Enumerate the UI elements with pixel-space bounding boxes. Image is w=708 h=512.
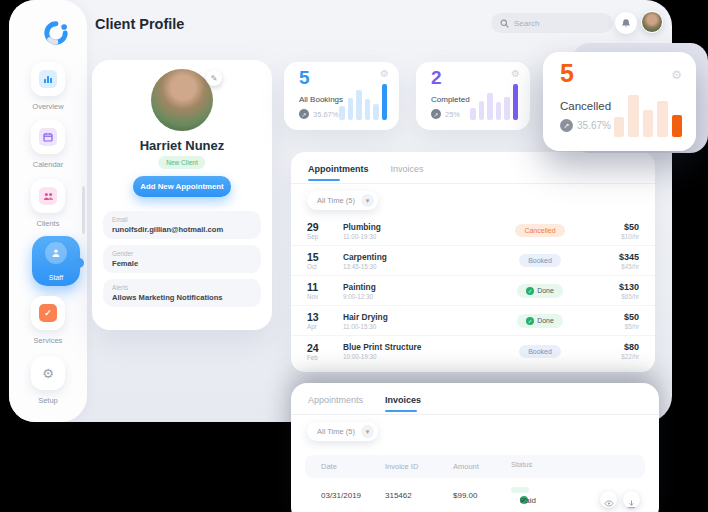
download-icon (627, 500, 636, 509)
status-badge: ✓Paid (511, 487, 529, 493)
tab-appointments[interactable]: Appointments (308, 164, 369, 181)
tab-invoices[interactable]: Invoices (385, 395, 421, 412)
gear-icon[interactable]: ⚙ (380, 68, 389, 79)
status-badge: Booked (519, 345, 561, 358)
invoice-amount: $99.00 (453, 491, 477, 500)
stat-percent: 35.67% (577, 120, 611, 131)
stat-value: 5 (560, 59, 574, 88)
time-filter-dropdown[interactable]: All Time (5) ▾ (307, 191, 378, 210)
new-client-badge: New Client (158, 156, 205, 169)
row-amount: $345 (583, 252, 639, 262)
alerts-field[interactable]: Alerts Allows Marketing Notifications (103, 279, 261, 307)
search-input[interactable]: Search (491, 13, 613, 33)
column-header-date: Date (321, 462, 337, 471)
sidebar-item-clients[interactable]: Clients (9, 179, 87, 228)
sidebar-scrollbar[interactable] (82, 186, 85, 234)
sidebar-item-overview[interactable]: Overview (9, 62, 87, 111)
divider (291, 183, 655, 184)
sidebar-item-label: Calendar (9, 160, 87, 169)
overview-chart-icon (39, 70, 57, 88)
view-invoice-button[interactable] (600, 491, 617, 508)
stat-card-completed: 2 ⚙ Completed ↗ 25% (416, 62, 530, 130)
status-badge: Booked (519, 254, 561, 267)
add-new-appointment-button[interactable]: Add New Appointment (133, 176, 231, 197)
stat-percent: 25% (445, 110, 460, 119)
app-logo[interactable] (33, 10, 79, 56)
appointment-row[interactable]: 15Oct Carpenting13:45-15:30 Booked $345$… (291, 246, 655, 276)
appointment-row[interactable]: 13Apr Hair Drying11:00-15:30 ✓Done $50$5… (291, 306, 655, 336)
user-avatar[interactable] (641, 11, 663, 33)
services-check-icon: ✓ (39, 304, 57, 322)
setup-gear-icon: ⚙ (42, 367, 54, 380)
row-time: 13:45-15:30 (343, 263, 497, 270)
sidebar-item-label: Services (9, 336, 87, 345)
filter-label: All Time (5) (317, 196, 355, 205)
appointments-panel: Appointments Invoices All Time (5) ▾ 29S… (291, 152, 655, 372)
row-time: 11:00-19:30 (343, 233, 497, 240)
row-month: Sep (307, 233, 343, 240)
row-month: Apr (307, 323, 343, 330)
edit-photo-button[interactable]: ✎ (206, 70, 222, 86)
appointment-row[interactable]: 11Nov Painting9:00-12:30 ✓Done $130$65/h… (291, 276, 655, 306)
notifications-button[interactable] (615, 12, 637, 34)
stat-label: Cancelled (560, 100, 611, 112)
row-month: Nov (307, 293, 343, 300)
client-name: Harriet Nunez (92, 138, 272, 153)
email-field[interactable]: Email runolfsdir.gillian@hotmail.com (103, 211, 261, 239)
staff-person-icon (51, 248, 61, 258)
stat-label: Completed (431, 95, 470, 104)
tab-appointments[interactable]: Appointments (308, 395, 363, 412)
sidebar-item-calendar[interactable]: Calendar (9, 120, 87, 169)
invoice-id: 315462 (385, 491, 412, 500)
tab-invoices[interactable]: Invoices (391, 164, 424, 181)
pencil-icon: ✎ (211, 74, 218, 83)
time-filter-dropdown[interactable]: All Time (5) ▾ (307, 422, 378, 441)
row-title: Plumbing (343, 222, 497, 232)
mini-bar-chart (470, 84, 518, 120)
chevron-down-icon: ▾ (361, 194, 374, 207)
gear-icon[interactable]: ⚙ (511, 68, 520, 79)
stat-value: 5 (299, 67, 310, 89)
search-placeholder: Search (514, 19, 539, 28)
field-label: Alerts (112, 284, 252, 291)
row-time: 11:00-15:30 (343, 323, 497, 330)
chevron-down-icon: ▾ (361, 425, 374, 438)
stat-percent: 35.67% (313, 110, 338, 119)
stat-label: All Bookings (299, 95, 343, 104)
gender-field[interactable]: Gender Female (103, 245, 261, 273)
row-rate: $22/hr (583, 353, 639, 360)
row-title: Painting (343, 282, 497, 292)
stat-card-all-bookings: 5 ⚙ All Bookings ↗ 35.67% (284, 62, 399, 130)
appointment-row[interactable]: 24Feb Blue Print Structure10:00-19:30 Bo… (291, 336, 655, 366)
row-amount: $80 (583, 342, 639, 352)
stat-card-cancelled: 5 ⚙ Cancelled ↗ 35.67% (543, 52, 696, 151)
status-badge: ✓Done (517, 284, 563, 298)
column-header-status: Status (511, 460, 532, 469)
invoices-panel: Appointments Invoices All Time (5) ▾ Dat… (291, 383, 659, 512)
appointment-row[interactable]: 29Sep Plumbing11:00-19:30 Cancelled $50$… (291, 216, 655, 246)
mini-bar-chart (339, 84, 387, 120)
row-time: 10:00-19:30 (343, 353, 497, 360)
staff-active-notch (74, 258, 84, 268)
sidebar: Overview Calendar Clients Staff ✓ Servic… (9, 0, 87, 422)
row-day: 13 (307, 311, 343, 323)
sidebar-item-staff-active[interactable]: Staff (32, 236, 80, 286)
download-invoice-button[interactable] (623, 491, 640, 508)
field-value: Female (112, 259, 252, 268)
sidebar-item-label: Overview (9, 102, 87, 111)
row-amount: $130 (583, 282, 639, 292)
sidebar-item-services[interactable]: ✓ Services (9, 296, 87, 345)
invoice-date: 03/31/2019 (321, 491, 361, 500)
trend-arrow-icon: ↗ (560, 119, 573, 132)
status-badge: ✓Done (517, 314, 563, 328)
row-month: Oct (307, 263, 343, 270)
row-day: 24 (307, 342, 343, 354)
row-day: 11 (307, 281, 343, 293)
invoice-row[interactable]: 03/31/2019 315462 $99.00 ✓Paid (305, 482, 645, 512)
sidebar-item-setup[interactable]: ⚙ Setup (9, 356, 87, 405)
row-rate: $45/hr (583, 263, 639, 270)
row-title: Blue Print Structure (343, 342, 497, 352)
gear-icon[interactable]: ⚙ (671, 68, 682, 82)
trend-arrow-icon: ↗ (431, 109, 441, 119)
page-title: Client Profile (95, 16, 184, 32)
